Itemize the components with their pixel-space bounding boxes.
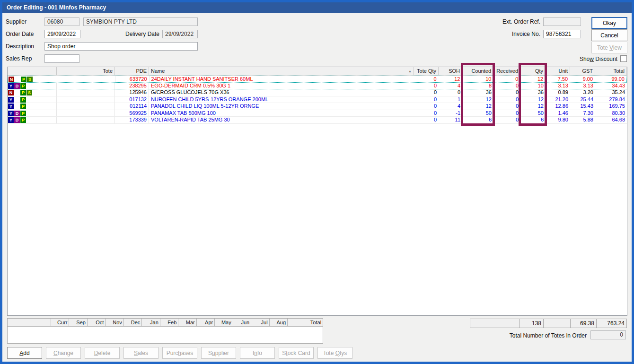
month-tab-dec: Dec — [124, 319, 142, 327]
cell-pde: 017132 — [115, 96, 149, 103]
month-tab-aug: Aug — [270, 319, 288, 327]
col-header-pde[interactable]: PDE — [115, 67, 149, 75]
cell-gst: 7.30 — [570, 110, 595, 117]
flag-S-icon: S — [27, 77, 33, 82]
cell-received: 0 — [493, 103, 520, 110]
table-row[interactable]: YDP569925PANAMAX TAB 500MG 1000-1500501.… — [8, 110, 627, 117]
flag-P-icon: P — [20, 97, 26, 103]
cell-name: PANAMAX TAB 500MG 100 — [149, 110, 414, 117]
col-header-qty[interactable]: Qty — [520, 67, 546, 75]
cell-gst: 15.43 — [570, 103, 595, 110]
supplier-button[interactable]: Supplier — [201, 347, 236, 359]
flag-P-icon: P — [21, 77, 26, 82]
table-row[interactable]: NPS63372024DAILY INSTANT HAND SANITSER 6… — [8, 76, 627, 83]
cell-tote-qty: 0 — [414, 89, 439, 96]
flag-D-icon: D — [14, 83, 20, 89]
cell-soh: 11 — [439, 117, 462, 123]
delete-button[interactable]: Delete — [85, 347, 120, 359]
flag-slot: Y — [8, 83, 14, 89]
flag-slot: N — [8, 89, 14, 96]
delivery-date-field[interactable] — [162, 30, 198, 38]
flag-Y-icon: Y — [8, 97, 14, 103]
change-button[interactable]: Change — [46, 347, 81, 359]
cell-pde: 173339 — [115, 117, 149, 123]
tote-view-button[interactable]: Tote View — [591, 42, 627, 53]
col-header-received[interactable]: Received — [493, 67, 520, 75]
col-header-tote[interactable]: Tote — [57, 67, 115, 75]
cell-gst: 5.88 — [570, 117, 595, 123]
cell-flags: NPS — [8, 89, 57, 96]
sort-asc-icon: ▲ — [408, 68, 412, 75]
flag-P-icon: P — [20, 104, 26, 109]
month-tab-may: May — [215, 319, 233, 327]
table-row[interactable]: NPS125946G/CROSS GLUCOJELS 70G X36003603… — [8, 89, 627, 96]
month-tab-jun: Jun — [233, 319, 251, 327]
flag-Y-icon: Y — [8, 117, 14, 123]
cell-soh: 1 — [439, 96, 462, 103]
cell-tote-qty: 0 — [414, 76, 439, 82]
table-row[interactable]: YP017132NUROFEN CHILD 5YRS-12YRS ORANGE … — [8, 96, 627, 104]
cancel-button[interactable]: Cancel — [591, 29, 627, 41]
flag-slot — [26, 110, 33, 117]
cell-unit: 1.46 — [546, 110, 570, 117]
flag-slot — [15, 76, 21, 82]
flag-slot — [14, 89, 20, 96]
table-row[interactable]: YP012114PANADOL CHILD LIQ 100ML 5-12YR O… — [8, 103, 627, 110]
info-button[interactable]: Info — [240, 347, 275, 359]
flag-slot: P — [21, 76, 27, 82]
sales-button[interactable]: Sales — [123, 347, 158, 359]
okay-button[interactable]: Okay — [591, 17, 627, 29]
cell-flags: YDP — [8, 83, 57, 89]
flag-N-icon: N — [8, 90, 14, 95]
cell-counted: 12 — [462, 96, 493, 103]
cell-total: 35.24 — [595, 89, 627, 96]
cell-pde: 569925 — [115, 110, 149, 117]
invoice-no-field[interactable] — [543, 30, 581, 38]
month-history-panel: CurrSepOctNovDecJanFebMarAprMayJunJulAug… — [7, 318, 323, 344]
col-header-name[interactable]: Name▲ — [149, 67, 414, 75]
show-discount-checkbox[interactable] — [620, 55, 627, 62]
stock-card-button[interactable]: Stock Card — [279, 347, 314, 359]
cell-total: 169.75 — [595, 103, 627, 110]
flag-P-icon: P — [20, 117, 26, 123]
col-header-tote-qty[interactable]: Tote Qty — [414, 67, 439, 75]
cell-tote — [57, 96, 115, 103]
supplier-code-field[interactable] — [44, 17, 79, 26]
flag-slot: P — [20, 89, 26, 96]
flag-Y-icon: Y — [8, 104, 14, 109]
col-header-unit[interactable]: Unit — [546, 67, 570, 75]
table-row[interactable]: YDP238295EGO-DERMAID CRM 0.5% 30G 104801… — [8, 83, 627, 90]
supplier-name-field[interactable] — [83, 17, 198, 26]
cell-counted: 36 — [462, 89, 493, 96]
totals-cell-qty-total: 138 — [520, 319, 544, 328]
ext-order-ref-label: Ext. Order Ref. — [492, 18, 540, 25]
sales-rep-field[interactable] — [44, 54, 79, 63]
col-header-soh[interactable]: SOH — [439, 67, 462, 75]
cell-counted: 8 — [462, 83, 493, 89]
cell-unit: 12.86 — [546, 103, 570, 110]
cell-total: 34.43 — [595, 83, 627, 89]
month-tab-total: Total — [288, 319, 323, 327]
purchases-button[interactable]: Purchases — [162, 347, 197, 359]
tote-qtys-button[interactable]: Tote Qtys — [317, 347, 352, 359]
table-body: NPS63372024DAILY INSTANT HAND SANITSER 6… — [8, 76, 627, 124]
flag-S-icon: S — [26, 90, 32, 95]
description-field[interactable] — [44, 42, 198, 51]
titlebar[interactable]: Order Editing - 001 Minfos Pharmacy — [2, 2, 632, 13]
col-header-name-label: Name — [151, 68, 165, 75]
add-button[interactable]: Add — [7, 347, 42, 359]
cell-qty: 12 — [520, 103, 546, 110]
table-row[interactable]: YDP173339VOLTAREN-RAPID TAB 25MG 3001160… — [8, 117, 627, 124]
col-header-flags[interactable] — [8, 67, 57, 75]
order-date-field[interactable] — [44, 30, 80, 38]
cell-flags: YP — [8, 103, 57, 110]
ext-order-ref-field[interactable] — [543, 17, 581, 26]
col-header-total[interactable]: Total — [595, 67, 627, 75]
totals-cell-grand-total: 763.24 — [597, 319, 626, 328]
cell-soh: 4 — [439, 83, 462, 89]
month-tab-feb: Feb — [160, 319, 178, 327]
flag-slot — [26, 83, 33, 89]
col-header-counted[interactable]: Counted — [462, 67, 493, 75]
cell-unit: 9.80 — [546, 117, 570, 123]
col-header-gst[interactable]: GST — [570, 67, 595, 75]
